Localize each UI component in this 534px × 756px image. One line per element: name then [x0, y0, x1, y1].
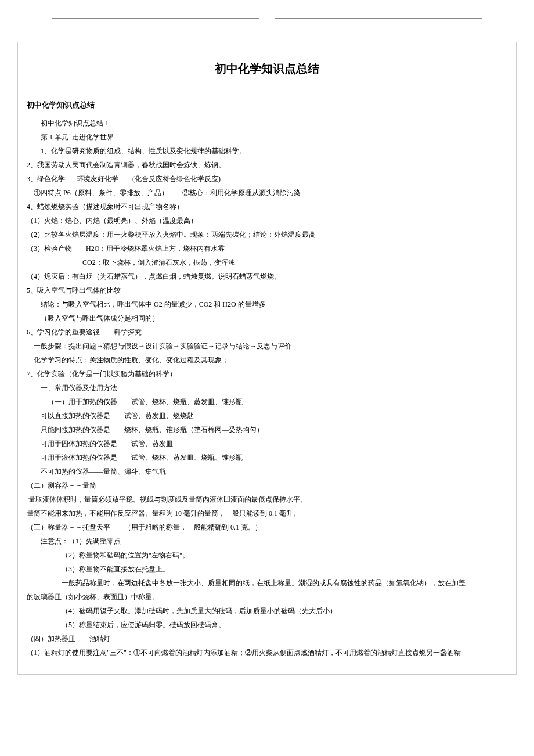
content-lines: 初中化学知识点总结 1第 1 单元 走进化学世界1、化学是研究物质的组成、结构、…: [27, 116, 507, 660]
content-line: 第 1 单元 走进化学世界: [27, 130, 507, 144]
content-line: 只能间接加热的仪器是－－烧杯、烧瓶、锥形瓶（垫石棉网—受热均匀）: [27, 423, 507, 437]
content-line: 5、吸入空气与呼出气体的比较: [27, 283, 507, 297]
content-line: 可用于固体加热的仪器是－－试管、蒸发皿: [27, 437, 507, 451]
content-line: 一般步骤：提出问题→猜想与假设→设计实验→实验验证→记录与结论→反思与评价: [27, 339, 507, 353]
content-line: 不可加热的仪器——量筒、漏斗、集气瓶: [27, 465, 507, 478]
content-line: 一、常用仪器及使用方法: [27, 381, 507, 395]
content-line: （3）称量物不能直接放在托盘上。: [27, 562, 507, 576]
content-line: CO2：取下烧杯，倒入澄清石灰水，振荡，变浑浊: [27, 255, 507, 269]
content-line: 4、蜡烛燃烧实验（描述现象时不可出现产物名称）: [27, 200, 507, 214]
content-line: 可用于液体加热的仪器是－－试管、烧杯、蒸发皿、烧瓶、锥形瓶: [27, 451, 507, 465]
content-line: 的玻璃器皿（如小烧杯、表面皿）中称量。: [27, 590, 507, 604]
content-line: （三）称量器－－托盘天平 （用于粗略的称量，一般能精确到 0.1 克。）: [27, 520, 507, 534]
content-line: ①四特点 P6（原料、条件、零排放、产品） ②核心：利用化学原理从源头消除污染: [27, 186, 507, 200]
content-line: （4）熄灭后：有白烟（为石蜡蒸气），点燃白烟，蜡烛复燃。说明石蜡蒸气燃烧。: [27, 269, 507, 283]
content-line: （一）用于加热的仪器－－试管、烧杯、烧瓶、蒸发皿、锥形瓶: [27, 395, 507, 409]
content-line: （吸入空气与呼出气体成分是相同的）: [27, 311, 507, 325]
content-line: （5）称量结束后，应使游码归零。砝码放回砝码盒。: [27, 618, 507, 632]
header-rule-right: [275, 18, 482, 19]
content-line: （二）测容器－－量筒: [27, 478, 507, 492]
content-line: 化学学习的特点：关注物质的性质、变化、变化过程及其现象；: [27, 353, 507, 367]
content-line: 量筒不能用来加热，不能用作反应容器。量程为 10 毫升的量筒，一般只能读到 0.…: [27, 506, 507, 520]
content-line: 7、化学实验（化学是一门以实验为基础的科学）: [27, 367, 507, 381]
content-line: 结论：与吸入空气相比，呼出气体中 O2 的量减少，CO2 和 H2O 的量增多: [27, 297, 507, 311]
document-header-rule: -_: [17, 12, 517, 24]
content-line: （1）火焰：焰心、内焰（最明亮）、外焰（温度最高）: [27, 214, 507, 228]
document-body: 初中化学知识点总结 初中化学知识点总结 初中化学知识点总结 1第 1 单元 走进…: [17, 42, 517, 675]
section-subtitle: 初中化学知识点总结: [27, 98, 507, 113]
header-rule-left: [52, 18, 259, 19]
content-line: 1、化学是研究物质的组成、结构、性质以及变化规律的基础科学。: [27, 144, 507, 158]
content-line: （2）比较各火焰层温度：用一火柴梗平放入火焰中。现象：两端先碳化；结论：外焰温度…: [27, 228, 507, 242]
content-line: （4）砝码用镊子夹取。添加砝码时，先加质量大的砝码，后加质量小的砝码（先大后小）: [27, 604, 507, 618]
content-line: 3、绿色化学-----环境友好化学 (化合反应符合绿色化学反应): [27, 172, 507, 186]
content-line: （四）加热器皿－－酒精灯: [27, 632, 507, 646]
content-line: 初中化学知识点总结 1: [27, 116, 507, 130]
content-line: 6、学习化学的重要途径——科学探究: [27, 325, 507, 339]
content-line: 2、我国劳动人民商代会制造青铜器，春秋战国时会炼铁、炼钢。: [27, 158, 507, 172]
content-line: 一般药品称量时，在两边托盘中各放一张大小、质量相同的纸，在纸上称量。潮湿的或具有…: [27, 576, 507, 590]
content-line: （2）称量物和砝码的位置为"左物右码"。: [27, 548, 507, 562]
content-line: 可以直接加热的仪器是－－试管、蒸发皿、燃烧匙: [27, 409, 507, 423]
content-line: 注意点：（1）先调整零点: [27, 534, 507, 548]
page-title: 初中化学知识点总结: [27, 57, 507, 80]
header-dash: -_: [259, 12, 274, 24]
content-line: （1）酒精灯的使用要注意"三不"：①不可向燃着的酒精灯内添加酒精；②用火柴从侧面…: [27, 646, 507, 660]
content-line: （3）检验产物 H2O：用干冷烧杯罩火焰上方，烧杯内有水雾: [27, 242, 507, 255]
content-line: 量取液体体积时，量筒必须放平稳。视线与刻度线及量筒内液体凹液面的最低点保持水平。: [27, 492, 507, 506]
